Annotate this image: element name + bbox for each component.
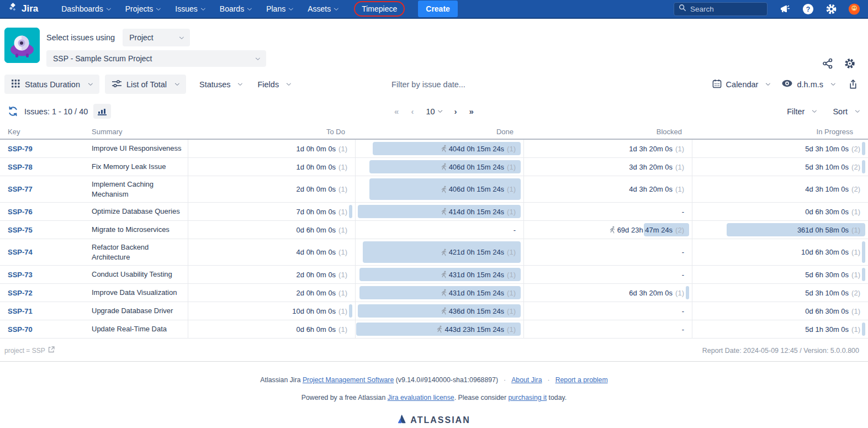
issue-key-link[interactable]: SSP-75 (8, 226, 33, 234)
project-dropdown[interactable]: SSP - Sample Scrum Project (46, 50, 266, 67)
blocked-duration-cell: 1d 3h 20m 0s(1) (523, 140, 692, 157)
nav-item-dashboards[interactable]: Dashboards (61, 4, 110, 13)
first-page-button[interactable]: « (394, 107, 399, 116)
duration-text: 1d 3h 20m 0s (629, 145, 673, 153)
duration-text: 431d 0h 15m 24s (449, 289, 504, 297)
duration-count: (1) (507, 325, 516, 334)
last-page-button[interactable]: » (469, 107, 474, 116)
dot-separator: · (548, 376, 550, 384)
done-duration-cell: 421d 0h 15m 24s(1) (355, 239, 523, 265)
nav-item-boards[interactable]: Boards (220, 4, 251, 13)
chevron-down-icon (287, 81, 291, 86)
filter-dropdown[interactable]: Filter (787, 107, 816, 116)
search-icon (679, 4, 686, 14)
help-icon[interactable]: ? (802, 3, 814, 15)
chevron-down-icon (256, 55, 260, 60)
chart-view-button[interactable] (93, 104, 111, 119)
todo-duration-cell: 7d 0h 0m 0s(1) (188, 203, 355, 220)
issue-key-link[interactable]: SSP-77 (8, 185, 33, 193)
issue-date-filter[interactable]: Filter by issue date... (351, 80, 506, 89)
statuses-label: Statuses (199, 80, 230, 89)
settings-gear-icon[interactable] (825, 3, 837, 15)
todo-duration-cell: 2d 0h 0m 0s(1) (188, 176, 355, 202)
runner-icon (440, 249, 447, 256)
nav-item-label: Issues (175, 4, 197, 13)
calendar-dropdown[interactable]: Calendar (712, 79, 770, 90)
duration-count: (1) (338, 307, 347, 315)
runner-icon (440, 289, 447, 297)
issue-key-link[interactable]: SSP-78 (8, 163, 33, 171)
fields-dropdown[interactable]: Fields (257, 80, 290, 89)
create-button[interactable]: Create (418, 1, 458, 17)
duration-text: 436d 0h 15m 24s (449, 307, 504, 315)
duration-text: 0d 6h 30m 0s (805, 307, 849, 315)
nav-item-projects[interactable]: Projects (125, 4, 161, 13)
prev-page-button[interactable]: ‹ (411, 107, 414, 116)
search-input[interactable] (690, 5, 756, 13)
next-page-button[interactable]: › (454, 107, 457, 116)
duration-count: (2) (851, 185, 860, 193)
duration-text: 5d 3h 10m 0s (805, 163, 849, 171)
runner-icon (440, 145, 447, 152)
issue-key-link[interactable]: SSP-79 (8, 145, 33, 153)
inprogress-duration-cell: 0d 6h 30m 0s(1) (692, 203, 868, 220)
evaluation-license-link[interactable]: Jira evaluation license (388, 394, 454, 401)
nav-item-label: Assets (308, 4, 331, 13)
duration-count: (1) (851, 325, 860, 334)
duration-count: (1) (507, 248, 516, 256)
user-avatar[interactable] (848, 3, 860, 15)
issue-key-link[interactable]: SSP-73 (8, 271, 33, 279)
issue-key-link[interactable]: SSP-70 (8, 325, 33, 334)
pms-link[interactable]: Project Management Software (303, 376, 394, 384)
issue-source-dropdown[interactable]: Project (123, 29, 190, 46)
inprogress-duration-cell: 5d 6h 30m 0s(1) (692, 266, 868, 283)
nav-item-plans[interactable]: Plans (266, 4, 293, 13)
issue-summary: Improve Data Visualization (91, 284, 188, 302)
blocked-duration-cell: - (523, 266, 692, 283)
page-size-dropdown[interactable]: 10 (426, 107, 442, 116)
duration-count: (1) (507, 307, 516, 315)
issue-key-link[interactable]: SSP-74 (8, 248, 33, 256)
export-icon[interactable] (847, 78, 859, 91)
table-header-row: Key Summary To Do Done Blocked In Progre… (0, 124, 868, 140)
todo-duration-cell: 0d 6h 0m 0s(1) (188, 221, 355, 239)
inprogress-duration-cell: 5d 3h 10m 0s(2) (692, 284, 868, 302)
sort-dropdown[interactable]: Sort (833, 107, 859, 116)
duration-count: (1) (675, 185, 684, 193)
blocked-duration-cell: - (523, 320, 692, 338)
inprogress-duration-cell: 361d 0h 58m 0s(1) (692, 221, 868, 239)
report-type-dropdown[interactable]: Status Duration (4, 75, 99, 94)
issue-key-link[interactable]: SSP-71 (8, 307, 33, 315)
duration-text: 69d 23h 47m 24s (617, 226, 673, 234)
duration-count: (1) (851, 307, 860, 315)
report-settings-gear-icon[interactable] (844, 57, 856, 70)
table-row: SSP-73 Conduct Usability Testing 2d 0h 0… (0, 266, 868, 284)
issue-key-link[interactable]: SSP-76 (8, 208, 33, 216)
search-box[interactable] (674, 2, 768, 16)
about-jira-link[interactable]: About Jira (511, 376, 542, 384)
nav-item-issues[interactable]: Issues (175, 4, 204, 13)
duration-text: 6d 3h 20m 0s (629, 289, 673, 297)
duration-text: 5d 6h 30m 0s (805, 271, 849, 279)
issue-selectors: Select issues using Project SSP - Sample… (46, 28, 266, 67)
view-type-dropdown[interactable]: List of Total (105, 75, 186, 94)
report-problem-link[interactable]: Report a problem (555, 376, 608, 384)
refresh-icon[interactable] (7, 105, 19, 118)
report-toolbar: Status Duration List of Total Statuses F… (0, 72, 868, 99)
purchasing-link[interactable]: purchasing it (508, 394, 547, 401)
nav-item-timepiece[interactable]: Timepiece (354, 1, 405, 17)
issue-summary: Optimize Database Queries (91, 203, 188, 220)
duration-text: 3d 3h 20m 0s (629, 163, 673, 171)
nav-item-assets[interactable]: Assets (308, 4, 338, 13)
issue-key-link[interactable]: SSP-72 (8, 289, 33, 297)
runner-icon (440, 163, 447, 171)
share-icon[interactable] (822, 57, 834, 70)
inprogress-duration-cell: 0d 6h 30m 0s(1) (692, 302, 868, 320)
announcements-icon[interactable] (779, 3, 791, 15)
chevron-down-icon (334, 6, 338, 10)
time-format-dropdown[interactable]: d.h.m.s (782, 80, 835, 89)
duration-bar (862, 142, 865, 155)
jira-logo[interactable]: Jira (8, 2, 38, 15)
jql-link[interactable]: project = SSP (4, 346, 55, 355)
statuses-dropdown[interactable]: Statuses (199, 80, 242, 89)
